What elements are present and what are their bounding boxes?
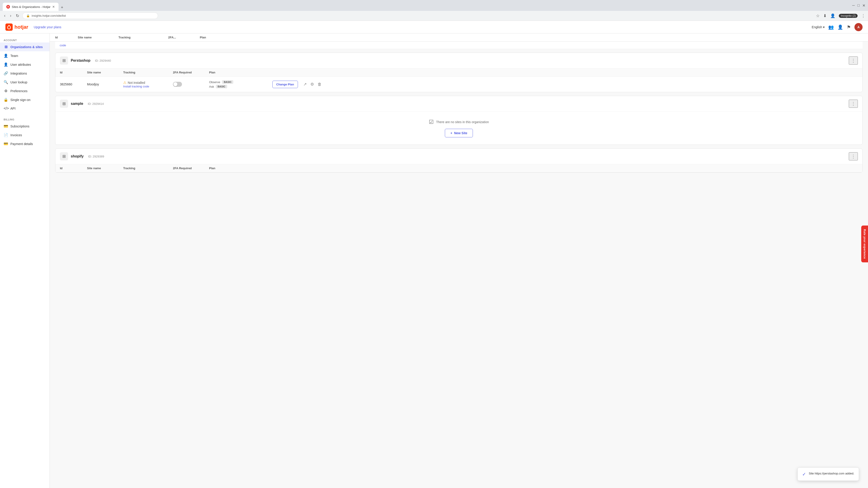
- billing-section-label: Billing: [0, 116, 50, 122]
- sidebar-item-invoices[interactable]: 📄 Invoices: [0, 131, 50, 139]
- hotjar-logo: hotjar: [5, 24, 28, 31]
- organizations-icon: ⊞: [4, 45, 8, 49]
- sidebar-label-preferences: Preferences: [10, 89, 27, 93]
- sidebar-label-payment-details: Payment details: [10, 142, 33, 146]
- refresh-button[interactable]: ↻: [14, 12, 21, 19]
- observe-label: Observe: [209, 80, 220, 84]
- maximize-icon[interactable]: □: [857, 3, 860, 8]
- org-shopify-menu-button[interactable]: ⋮: [849, 152, 858, 160]
- global-table-header: Id Site name Tracking 2FA... Plan: [50, 33, 868, 41]
- install-tracking-code-link[interactable]: Install tracking code: [123, 85, 173, 88]
- forward-button[interactable]: ›: [8, 12, 13, 19]
- col-header-site-name: Site name: [78, 36, 119, 39]
- shopify-col-2fa: 2FA Required: [173, 166, 209, 170]
- empty-state: ☑ There are no sites in this organizatio…: [55, 111, 862, 144]
- tracking-text: Not installed: [128, 81, 145, 85]
- address-bar[interactable]: 🔒 insights.hotjar.com/site/list: [22, 12, 158, 19]
- header-right: English ▾ 👥 👤 ⚑ A: [812, 23, 863, 31]
- sidebar-item-preferences[interactable]: ⚙ Preferences: [0, 87, 50, 95]
- twofa-toggle-container: [173, 82, 209, 87]
- sidebar-item-api[interactable]: </> API: [0, 104, 50, 113]
- org-shopify: ⊞ shopify ID: 2929389 ⋮ Id Site name Tra…: [55, 149, 863, 173]
- back-button[interactable]: ‹: [3, 12, 7, 19]
- empty-icon: ☑: [429, 119, 434, 125]
- perstashop-col-id: Id: [60, 71, 87, 74]
- menu-icon[interactable]: ⋮: [861, 13, 865, 18]
- org-perstashop-menu-button[interactable]: ⋮: [849, 57, 858, 65]
- sidebar-item-user-attributes[interactable]: 👤 User attributes: [0, 60, 50, 69]
- shopify-col-id: Id: [60, 166, 87, 170]
- org-shopify-header: ⊞ shopify ID: 2929389 ⋮: [55, 149, 862, 164]
- minimize-icon[interactable]: ─: [852, 3, 855, 8]
- perstashop-col-tracking: Tracking: [123, 71, 173, 74]
- ask-label: Ask: [209, 85, 214, 88]
- users-icon[interactable]: 👥: [828, 24, 834, 30]
- lock-icon: 🔒: [26, 14, 30, 18]
- org-sample-menu-button[interactable]: ⋮: [849, 100, 858, 108]
- empty-state-message: ☑ There are no sites in this organizatio…: [429, 119, 489, 125]
- rate-experience-sidebar[interactable]: Rate your experience: [861, 225, 868, 262]
- sidebar-label-user-attributes: User attributes: [10, 63, 31, 66]
- sidebar-item-subscriptions[interactable]: 💳 Subscriptions: [0, 122, 50, 131]
- sidebar-item-single-sign-on[interactable]: 🔒 Single sign-on: [0, 95, 50, 104]
- main-content: Id Site name Tracking 2FA... Plan code ⊞…: [50, 33, 868, 488]
- sidebar-label-user-lookup: User lookup: [10, 80, 27, 84]
- install-tracking-link-top[interactable]: code: [60, 43, 66, 47]
- browser-tabs: H Sites & Organizations - Hotjar ✕ +: [3, 0, 65, 11]
- bookmark-icon[interactable]: ☆: [816, 13, 819, 18]
- new-site-button[interactable]: + New Site: [445, 129, 473, 137]
- org-sample: ⊞ sample ID: 2929414 ⋮ ☑ There are no si…: [55, 96, 863, 145]
- incognito-badge: Incognito (2): [839, 14, 858, 18]
- payment-icon: 💳: [4, 142, 8, 146]
- perstashop-table-header: Id Site name Tracking 2FA Required Plan: [55, 68, 862, 76]
- site-name: Moodjoy: [87, 83, 123, 86]
- plus-icon: +: [451, 131, 452, 135]
- toast-success-icon: ✓: [802, 471, 806, 477]
- delete-icon-button[interactable]: 🗑: [317, 81, 322, 88]
- person-add-icon[interactable]: 👤: [837, 24, 843, 30]
- sidebar-item-user-lookup[interactable]: 🔍 User lookup: [0, 78, 50, 87]
- download-icon[interactable]: ⬇: [823, 13, 827, 18]
- hotjar-logo-icon: [5, 24, 13, 31]
- observe-badge: BASIC: [222, 80, 233, 84]
- sidebar-item-integrations[interactable]: 🔗 Integrations: [0, 69, 50, 78]
- change-plan-button[interactable]: Change Plan: [272, 80, 298, 88]
- tracking-not-installed: ⚠ Not installed: [123, 80, 173, 85]
- language-text: English: [812, 25, 822, 29]
- help-icon[interactable]: ⚑: [847, 24, 851, 30]
- user-avatar[interactable]: A: [855, 23, 863, 31]
- language-selector[interactable]: English ▾: [812, 25, 825, 29]
- integrations-icon: 🔗: [4, 71, 8, 75]
- org-shopify-id: ID: 2929389: [88, 155, 104, 158]
- org-sample-id: ID: 2929414: [88, 102, 104, 105]
- sidebar-item-organizations-sites[interactable]: ⊞ Organizations & sites: [0, 42, 50, 51]
- plan-ask: Ask BASIC: [209, 85, 272, 88]
- col-header-tracking: Tracking: [119, 36, 168, 39]
- profile-icon[interactable]: 👤: [830, 13, 835, 18]
- app-layout: Account ⊞ Organizations & sites 👤 Team 👤…: [0, 33, 868, 488]
- new-site-label: New Site: [454, 131, 467, 135]
- action-icons: ↗ ⚙ 🗑: [303, 81, 322, 88]
- active-tab[interactable]: H Sites & Organizations - Hotjar ✕: [3, 3, 59, 11]
- tab-close-button[interactable]: ✕: [52, 5, 55, 8]
- org-perstashop-id: ID: 2929440: [95, 59, 111, 62]
- twofa-toggle[interactable]: [173, 82, 182, 87]
- toolbar-icons: ☆ ⬇ 👤 Incognito (2) ⋮: [816, 13, 865, 18]
- upgrade-link[interactable]: Upgrade your plans: [34, 25, 61, 29]
- org-sample-icon: ⊞: [60, 100, 68, 108]
- org-shopify-name: shopify: [71, 154, 84, 158]
- transfer-icon-button[interactable]: ↗: [303, 81, 308, 88]
- close-icon[interactable]: ✕: [862, 3, 865, 8]
- sidebar-item-team[interactable]: 👤 Team: [0, 51, 50, 60]
- sidebar-item-payment-details[interactable]: 💳 Payment details: [0, 139, 50, 148]
- sidebar: Account ⊞ Organizations & sites 👤 Team 👤…: [0, 33, 50, 488]
- plan-observe: Observe BASIC: [209, 80, 272, 84]
- new-tab-button[interactable]: +: [59, 4, 65, 11]
- team-icon: 👤: [4, 54, 8, 58]
- sso-icon: 🔒: [4, 98, 8, 102]
- perstashop-col-2fa: 2FA Required: [173, 71, 209, 74]
- shopify-col-plan: Plan: [209, 166, 272, 170]
- perstashop-col-actions: [272, 71, 858, 74]
- plan-info: Observe BASIC Ask BASIC: [209, 80, 272, 88]
- settings-icon-button[interactable]: ⚙: [309, 81, 315, 88]
